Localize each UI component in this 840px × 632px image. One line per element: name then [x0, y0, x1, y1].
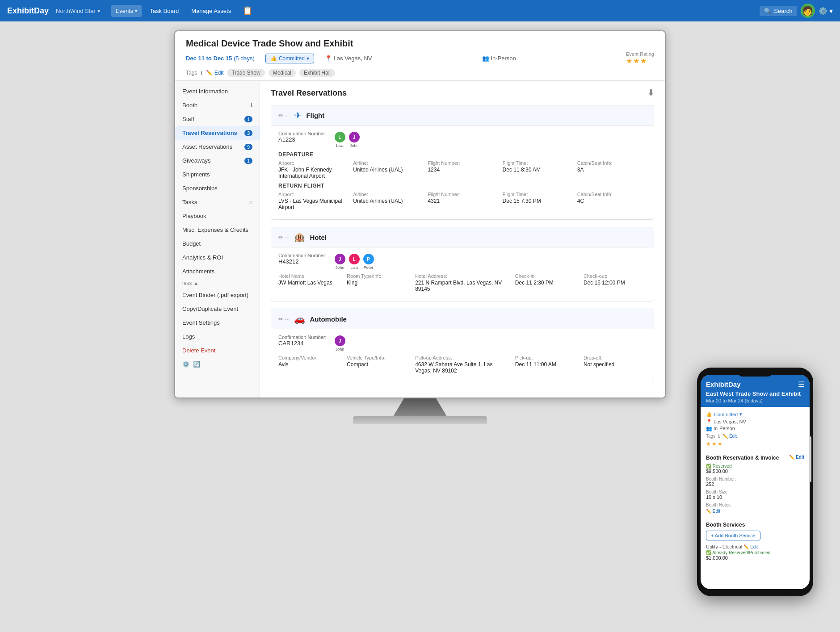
- refresh-icon[interactable]: 🔄: [193, 361, 200, 368]
- phone-booth-services-title: Booth Services: [706, 522, 804, 528]
- flight-edit-icons[interactable]: ✏ ···: [278, 112, 290, 119]
- sidebar-item-analytics[interactable]: Analytics & ROI: [175, 251, 260, 264]
- phone-star-2: ★: [712, 441, 717, 447]
- travel-badge: 3: [244, 130, 252, 136]
- phone-booth-notes-row: Booth Notes: ✏️ Edit: [706, 502, 804, 514]
- brand-logo: ExhibitDay: [7, 6, 49, 16]
- notifications-icon[interactable]: 📋: [243, 6, 252, 16]
- phone-divider-1: [706, 451, 804, 451]
- tag-exhibit-hall: Exhibit Hall: [299, 69, 335, 77]
- sidebar-item-tasks[interactable]: Tasks ≡: [175, 195, 260, 209]
- phone-screen: ExhibitDay ☰ East West Trade Show and Ex…: [701, 375, 810, 589]
- hotel-edit-icons[interactable]: ✏ ···: [278, 234, 290, 241]
- sidebar-less-toggle[interactable]: less ▲: [175, 278, 260, 288]
- phone-booth-section-title: Booth Reservation & Invoice ✏️ Edit: [706, 455, 804, 461]
- sidebar-item-staff[interactable]: Staff 1: [175, 112, 260, 126]
- sidebar-item-booth[interactable]: Booth ℹ: [175, 98, 260, 112]
- monitor-stand: [393, 398, 447, 416]
- flight-conf-label: Confirmation Number:: [278, 131, 327, 136]
- phone-frame: ExhibitDay ☰ East West Trade Show and Ex…: [697, 368, 813, 596]
- phone-star-3: ★: [718, 441, 722, 447]
- tasks-list-icon: ≡: [249, 199, 252, 205]
- return-subtitle: Return Flight: [278, 183, 647, 189]
- hotel-lisa-avatar: L: [348, 253, 361, 265]
- sidebar-item-playbook[interactable]: Playbook: [175, 209, 260, 223]
- hotel-reservation-card: ✏ ··· 🏨 Hotel Confirmation Number: H4321…: [271, 227, 654, 301]
- phone-booth-size-row: Booth Size: 10 x 10: [706, 490, 804, 500]
- tag-medical: Medical: [269, 69, 296, 77]
- phone-booth-edit[interactable]: ✏️ Edit: [789, 455, 804, 461]
- flight-type-label: Flight: [306, 112, 647, 119]
- auto-type-label: Automobile: [310, 315, 647, 323]
- phone-menu-icon[interactable]: ☰: [798, 380, 804, 389]
- staff-badge: 1: [244, 116, 252, 122]
- phone-add-service-button[interactable]: + Add Booth Service: [706, 531, 760, 540]
- sidebar: Event Information Booth ℹ Staff 1 Travel…: [175, 81, 260, 398]
- departure-subtitle: Departure: [278, 151, 647, 158]
- sidebar-item-sponsorships[interactable]: Sponsorships: [175, 181, 260, 195]
- event-rating: ★ ★ ★: [626, 57, 654, 65]
- sidebar-item-event-info[interactable]: Event Information: [175, 84, 260, 98]
- sidebar-item-shipments[interactable]: Shipments: [175, 167, 260, 181]
- sidebar-item-logs[interactable]: Logs: [175, 330, 260, 343]
- rating-label: Event Rating: [626, 51, 654, 57]
- sidebar-item-copy[interactable]: Copy/Duplicate Event: [175, 302, 260, 316]
- sidebar-item-delete[interactable]: Delete Event: [175, 343, 260, 357]
- gear-icon[interactable]: ⚙️: [182, 361, 189, 368]
- event-type: 👥 In-Person: [482, 55, 516, 62]
- phone-tags-label: Tags: [706, 434, 715, 439]
- hotel-john-avatar: J: [334, 253, 346, 265]
- event-status-button[interactable]: 👍 Committed ▾: [265, 54, 314, 63]
- star-3-icon: ★: [640, 57, 647, 65]
- sidebar-item-expenses[interactable]: Misc. Expenses & Credits: [175, 223, 260, 237]
- search-icon: 🔍: [764, 8, 771, 14]
- hotel-conf-label: Confirmation Number:: [278, 253, 327, 258]
- phone-divider-2: [706, 518, 804, 518]
- phone-rating: ★ ★ ★: [706, 441, 804, 447]
- tags-row: Tags ℹ ✏️ Edit Trade Show Medical Exhibi…: [186, 69, 654, 77]
- phone-utility-status: ✅ Already Reserved/Purchased: [706, 550, 804, 555]
- phone-event-title: East West Trade Show and Exhibit: [706, 390, 804, 397]
- flight-travelers: L Lisa J John: [334, 131, 361, 148]
- phone-brand: ExhibitDay: [706, 381, 741, 388]
- nav-task-board[interactable]: Task Board: [145, 5, 183, 17]
- auto-card-body: Confirmation Number: CAR1234 J John: [271, 329, 654, 383]
- top-navigation: ExhibitDay NorthWind Star ▾ Events ▾ Tas…: [0, 0, 840, 21]
- hotel-conf-value: H43212: [278, 258, 327, 265]
- hotel-icon: 🏨: [294, 232, 305, 243]
- sidebar-item-attachments[interactable]: Attachments: [175, 264, 260, 278]
- phone-edit-tags[interactable]: ✏️ Edit: [722, 434, 737, 439]
- sidebar-item-travel[interactable]: Travel Reservations 3: [175, 126, 260, 140]
- phone-utility-edit[interactable]: ✏️ Edit: [743, 544, 758, 549]
- giveaways-badge: 1: [244, 158, 252, 164]
- nav-manage-assets[interactable]: Manage Assets: [187, 5, 235, 17]
- phone-booth-notes-edit[interactable]: ✏️ Edit: [706, 509, 720, 514]
- booth-info-icon: ℹ: [251, 102, 252, 108]
- phone-booth-number-row: Booth Number: 252: [706, 477, 804, 487]
- sidebar-item-budget[interactable]: Budget: [175, 237, 260, 251]
- search-button[interactable]: 🔍 Search: [760, 6, 797, 16]
- download-icon[interactable]: ⬇: [647, 88, 654, 98]
- sidebar-item-settings[interactable]: Event Settings: [175, 316, 260, 330]
- auto-edit-icons[interactable]: ✏ ···: [278, 316, 290, 322]
- phone-body: 👍 Committed ▾ 📍 Las Vegas, NV 👥 In-Perso…: [701, 407, 810, 565]
- phone-utility-price: $1,000.00: [706, 555, 804, 561]
- sidebar-item-giveaways[interactable]: Giveaways 1: [175, 154, 260, 167]
- settings-gear-icon[interactable]: ⚙️ ▾: [819, 7, 833, 15]
- auto-travelers: J John: [334, 335, 346, 352]
- sidebar-item-binder[interactable]: Event Binder (.pdf export): [175, 288, 260, 302]
- org-selector[interactable]: NorthWind Star ▾: [56, 8, 100, 14]
- auto-conf-value: CAR1234: [278, 340, 327, 347]
- user-avatar[interactable]: 🧑: [801, 4, 815, 18]
- sidebar-item-asset-res[interactable]: Asset Reservations 9: [175, 140, 260, 154]
- event-date-range: Dec 11 to Dec 15 (5 days): [186, 55, 255, 62]
- hotel-details: Hotel Name: JW Marriott Las Vegas Room T…: [278, 273, 647, 292]
- auto-details: Company/Vendor: Avis Vehicle Type/Info: …: [278, 355, 647, 374]
- edit-tags-link[interactable]: ✏️ Edit: [206, 70, 223, 76]
- hotel-card-header: ✏ ··· 🏨 Hotel: [271, 227, 654, 247]
- tags-label: Tags: [186, 70, 197, 76]
- phone-location: 📍 Las Vegas, NV: [706, 419, 804, 425]
- hotel-card-body: Confirmation Number: H43212 J John: [271, 247, 654, 301]
- nav-events[interactable]: Events ▾: [111, 5, 142, 17]
- phone-type: 👥 In-Person: [706, 426, 804, 431]
